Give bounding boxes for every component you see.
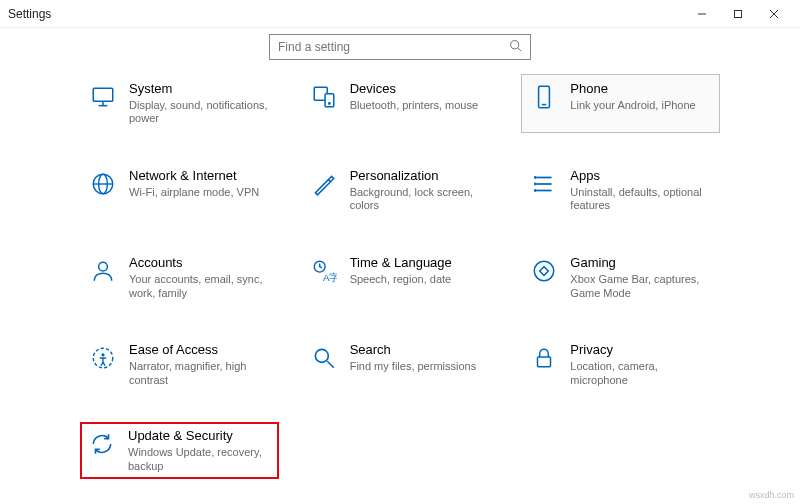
svg-line-5 [518, 48, 521, 51]
card-title: Update & Security [128, 428, 271, 444]
card-title: System [129, 81, 270, 97]
card-desc: Bluetooth, printers, mouse [350, 99, 491, 113]
window-title: Settings [8, 7, 51, 21]
card-desc: Speech, region, date [350, 273, 491, 287]
svg-rect-6 [93, 88, 113, 101]
phone-icon [530, 83, 558, 111]
card-desc: Location, camera, microphone [570, 360, 711, 388]
maximize-button[interactable] [720, 0, 756, 28]
close-button[interactable] [756, 0, 792, 28]
card-ease-of-access[interactable]: Ease of Access Narrator, magnifier, high… [80, 335, 279, 394]
svg-point-22 [535, 190, 536, 191]
card-network[interactable]: Network & Internet Wi-Fi, airplane mode,… [80, 161, 279, 220]
card-desc: Narrator, magnifier, high contrast [129, 360, 270, 388]
svg-point-23 [99, 263, 108, 272]
svg-text:A字: A字 [323, 272, 337, 283]
minimize-button[interactable] [684, 0, 720, 28]
svg-point-21 [535, 184, 536, 185]
card-devices[interactable]: Devices Bluetooth, printers, mouse [301, 74, 500, 133]
card-title: Gaming [570, 255, 711, 271]
search-input[interactable]: Find a setting [269, 34, 531, 60]
svg-rect-1 [735, 10, 742, 17]
card-title: Time & Language [350, 255, 491, 271]
card-title: Privacy [570, 342, 711, 358]
card-desc: Xbox Game Bar, captures, Game Mode [570, 273, 711, 301]
card-title: Ease of Access [129, 342, 270, 358]
card-desc: Uninstall, defaults, optional features [570, 186, 711, 214]
user-icon [89, 257, 117, 285]
card-title: Search [350, 342, 491, 358]
search-icon [509, 39, 522, 55]
card-title: Personalization [350, 168, 491, 184]
card-gaming[interactable]: Gaming Xbox Game Bar, captures, Game Mod… [521, 248, 720, 307]
card-system[interactable]: System Display, sound, notifications, po… [80, 74, 279, 133]
svg-point-20 [535, 177, 536, 178]
svg-point-4 [511, 41, 519, 49]
card-privacy[interactable]: Privacy Location, camera, microphone [521, 335, 720, 394]
globe-icon [89, 170, 117, 198]
svg-rect-31 [538, 357, 551, 367]
ease-icon [89, 344, 117, 372]
paint-icon [310, 170, 338, 198]
card-accounts[interactable]: Accounts Your accounts, email, sync, wor… [80, 248, 279, 307]
svg-line-30 [327, 362, 334, 369]
card-update-security[interactable]: Update & Security Windows Update, recove… [80, 422, 279, 479]
apps-icon [530, 170, 558, 198]
card-title: Accounts [129, 255, 270, 271]
card-desc: Windows Update, recovery, backup [128, 446, 271, 474]
card-personalization[interactable]: Personalization Background, lock screen,… [301, 161, 500, 220]
card-title: Devices [350, 81, 491, 97]
card-desc: Link your Android, iPhone [570, 99, 711, 113]
card-title: Apps [570, 168, 711, 184]
magnifier-icon [310, 344, 338, 372]
svg-point-28 [101, 353, 104, 356]
settings-grid: System Display, sound, notifications, po… [0, 74, 800, 479]
update-icon [88, 430, 116, 458]
card-time-language[interactable]: A字 Time & Language Speech, region, date [301, 248, 500, 307]
search-wrap: Find a setting [0, 28, 800, 74]
card-desc: Wi-Fi, airplane mode, VPN [129, 186, 270, 200]
card-apps[interactable]: Apps Uninstall, defaults, optional featu… [521, 161, 720, 220]
svg-point-11 [328, 103, 329, 104]
card-title: Network & Internet [129, 168, 270, 184]
gaming-icon [530, 257, 558, 285]
svg-point-29 [315, 350, 328, 363]
system-icon [89, 83, 117, 111]
titlebar: Settings [0, 0, 800, 28]
card-phone[interactable]: Phone Link your Android, iPhone [521, 74, 720, 133]
window-buttons [684, 0, 792, 28]
card-desc: Background, lock screen, colors [350, 186, 491, 214]
card-desc: Find my files, permissions [350, 360, 491, 374]
lock-icon [530, 344, 558, 372]
card-search[interactable]: Search Find my files, permissions [301, 335, 500, 394]
card-desc: Display, sound, notifications, power [129, 99, 270, 127]
time-language-icon: A字 [310, 257, 338, 285]
card-title: Phone [570, 81, 711, 97]
svg-point-26 [535, 261, 555, 281]
card-desc: Your accounts, email, sync, work, family [129, 273, 270, 301]
search-placeholder: Find a setting [278, 40, 509, 54]
watermark: wsxdh.com [749, 490, 794, 500]
devices-icon [310, 83, 338, 111]
